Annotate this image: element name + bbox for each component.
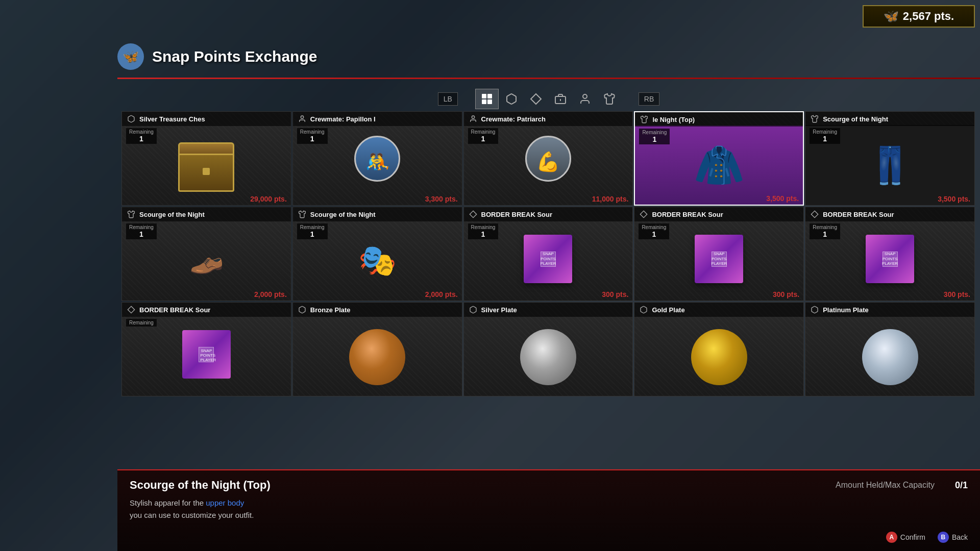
remaining-value: 1 [813, 230, 837, 238]
grid-item-border-break-4[interactable]: BORDER BREAK Sour Remaining SNAP POINTS … [121, 302, 291, 396]
item-remaining: Remaining 1 [126, 128, 157, 144]
grid-item-gold-plate[interactable]: Gold Plate [634, 302, 804, 396]
item-type-icon [468, 114, 478, 124]
item-type-icon [810, 209, 820, 219]
chest-art [178, 151, 234, 192]
item-remaining: Remaining 1 [810, 128, 840, 144]
chest-lock [203, 168, 210, 175]
confirm-button[interactable]: A Confirm [886, 532, 925, 543]
item-remaining: Remaining 1 [468, 128, 499, 144]
item-name: Bronze Plate [310, 306, 351, 314]
shoes-art: 👞 [189, 242, 224, 276]
item-remaining: Remaining 1 [126, 223, 157, 239]
remaining-value: 1 [129, 135, 154, 143]
item-header: Silver Treasure Ches [122, 112, 291, 126]
item-type-icon [639, 114, 649, 124]
grid-item-scourge-shoes[interactable]: Scourge of the Night Remaining 1 👞 2,000… [121, 207, 291, 301]
capacity-value: 0/1 [955, 480, 968, 491]
item-name: le Night (Top) [652, 116, 695, 123]
tab-nav-left[interactable]: LB [438, 92, 458, 106]
item-price: 3,500 pts. [938, 195, 970, 203]
tab-icons-container [475, 89, 621, 109]
item-type-icon [639, 209, 649, 219]
grid-item-silver-plate[interactable]: Silver Plate [463, 302, 633, 396]
tab-icon-box[interactable] [500, 89, 523, 109]
tab-icon-outfit[interactable] [598, 89, 621, 109]
remaining-value: 1 [642, 135, 667, 143]
grid-item-border-break-1[interactable]: BORDER BREAK Sour Remaining 1 SNAP POINT… [463, 207, 633, 301]
item-name: Scourge of the Night [310, 211, 376, 218]
item-price: 300 pts. [602, 290, 628, 298]
remaining-label: Remaining [813, 224, 837, 230]
item-header: le Night (Top) [635, 112, 803, 127]
grid-item-scourge-pants[interactable]: Scourge of the Night Remaining 1 👖 3,500… [805, 111, 975, 206]
item-type-icon [126, 114, 136, 124]
item-header: Scourge of the Night [122, 207, 291, 221]
back-label: Back [952, 533, 968, 541]
desc-highlight: upper body [206, 498, 244, 507]
item-type-icon [810, 114, 820, 124]
remaining-label: Remaining [642, 130, 667, 135]
item-price: 3,500 pts. [766, 194, 799, 203]
item-name: BORDER BREAK Sour [823, 211, 894, 218]
tab-icon-person[interactable] [573, 89, 597, 109]
item-type-icon [639, 305, 649, 315]
item-header: BORDER BREAK Sour [464, 207, 633, 221]
grid-item-silver-treasure-chest[interactable]: Silver Treasure Ches Remaining 1 29,000 … [121, 111, 291, 206]
svg-rect-1 [487, 94, 492, 98]
grid-item-platinum-plate[interactable]: Platinum Plate [805, 302, 975, 396]
grid-item-crewmate-patriarch[interactable]: Crewmate: Patriarch Remaining 1 💪 11,000… [463, 111, 633, 206]
header-area: 🦋 Snap Points Exchange [117, 43, 980, 70]
grid-item-border-break-3[interactable]: BORDER BREAK Sour Remaining 1 SNAP POINT… [805, 207, 975, 301]
info-title-row: Scourge of the Night (Top) Amount Held/M… [130, 479, 968, 492]
remaining-label: Remaining [471, 129, 496, 135]
item-name: Scourge of the Night [823, 115, 888, 123]
tab-icon-diamond[interactable] [524, 89, 548, 109]
char-circle: 🤼 [354, 136, 400, 182]
item-price: 300 pts. [773, 290, 799, 298]
item-price: 300 pts. [944, 290, 970, 298]
item-price: 3,300 pts. [425, 195, 458, 203]
svg-rect-2 [482, 99, 486, 104]
bottom-buttons: A Confirm B Back [886, 532, 968, 543]
item-name: BORDER BREAK Sour [652, 211, 723, 218]
item-header: Silver Plate [464, 303, 633, 317]
svg-rect-0 [482, 94, 486, 98]
svg-point-9 [472, 116, 474, 118]
grid-item-border-break-2[interactable]: BORDER BREAK Sour Remaining 1 SNAP POINT… [634, 207, 804, 301]
item-type-icon [297, 209, 307, 219]
item-name: Crewmate: Patriarch [481, 115, 546, 123]
item-type-icon [468, 209, 478, 219]
tab-icon-grid[interactable] [475, 89, 499, 109]
grid-item-crewmate-papillon[interactable]: Crewmate: Papillon I Remaining 1 🤼 3,300… [292, 111, 462, 206]
remaining-value: 1 [300, 230, 325, 238]
info-bar: Scourge of the Night (Top) Amount Held/M… [117, 469, 980, 551]
item-header: BORDER BREAK Sour [805, 207, 974, 221]
item-name: BORDER BREAK Sour [139, 306, 210, 314]
item-header: BORDER BREAK Sour [122, 303, 291, 317]
confirm-label: Confirm [900, 533, 925, 541]
remaining-label: Remaining [642, 224, 666, 230]
grid-item-bronze-plate[interactable]: Bronze Plate [292, 302, 462, 396]
item-remaining: Remaining [126, 319, 157, 327]
desc-line2: you can use to customize your outfit. [130, 511, 254, 519]
back-button[interactable]: B Back [938, 532, 968, 543]
svg-marker-4 [531, 94, 541, 104]
grid-item-scourge-face[interactable]: Scourge of the Night Remaining 1 🎭 2,000… [292, 207, 462, 301]
chest-lid [178, 142, 234, 155]
item-header: Crewmate: Papillon I [293, 112, 462, 126]
remaining-value: 1 [471, 135, 496, 143]
grid-item-scourge-top[interactable]: le Night (Top) Remaining 1 🧥 3,500 pts. [634, 111, 804, 206]
item-price: 11,000 pts. [592, 195, 629, 203]
capacity-label: Amount Held/Max Capacity [836, 481, 935, 490]
tab-icon-chest[interactable] [549, 89, 572, 109]
item-name: Scourge of the Night [139, 211, 205, 218]
tab-bar: LB [117, 83, 980, 115]
char-art: 💪 [525, 128, 571, 189]
item-header: BORDER BREAK Sour [634, 207, 803, 221]
tab-nav-right[interactable]: RB [639, 92, 659, 106]
remaining-value: 1 [813, 135, 837, 143]
item-header: Platinum Plate [805, 303, 974, 317]
remaining-label: Remaining [300, 129, 325, 135]
item-remaining: Remaining 1 [810, 223, 840, 239]
